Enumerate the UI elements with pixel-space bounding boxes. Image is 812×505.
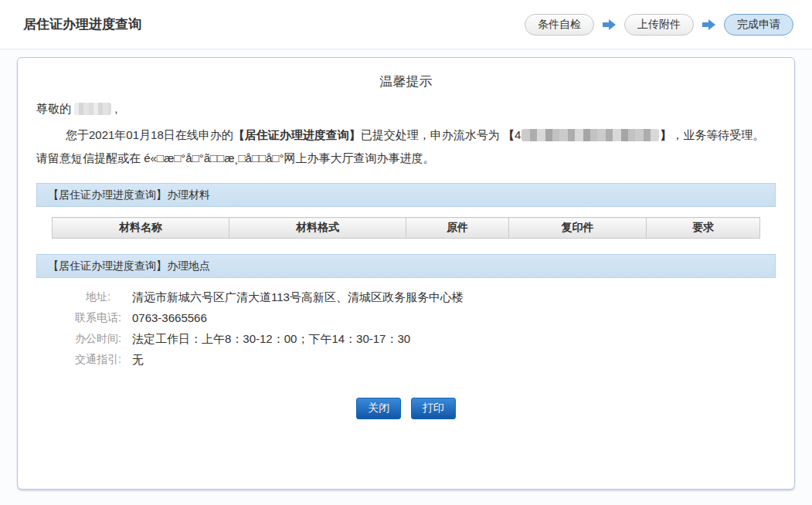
- page: 居住证办理进度查询 条件自检 上传附件 完成申请 温馨提示 尊敬的 , 您于20…: [0, 0, 812, 505]
- content-area: 温馨提示 尊敬的 , 您于2021年01月18日在线申办的【居住证办理进度查询】…: [0, 49, 812, 505]
- serial-prefix: 4: [515, 128, 521, 141]
- field-row-address: 地址: 清远市新城六号区广清大道113号高新区、清城区政务服务中心楼: [75, 290, 776, 304]
- section-header-materials: 【居住证办理进度查询】办理材料: [36, 183, 776, 207]
- steps-nav: 条件自检 上传附件 完成申请: [525, 14, 793, 36]
- paragraph-text: 已提交处理，申办流水号为: [361, 128, 503, 141]
- action-buttons: 关闭 打印: [36, 398, 776, 419]
- field-label: 地址:: [75, 290, 121, 304]
- notice-paragraph: 您于2021年01月18日在线申办的【居住证办理进度查询】已提交处理，申办流水号…: [36, 124, 776, 170]
- top-bar: 居住证办理进度查询 条件自检 上传附件 完成申请: [0, 0, 812, 49]
- table-empty-body: [52, 239, 760, 254]
- field-label: 交通指引:: [75, 352, 121, 367]
- redacted-serial-number: [522, 129, 659, 141]
- arrow-right-icon: [702, 19, 715, 30]
- field-value: 清远市新城六号区广清大道113号高新区、清城区政务服务中心楼: [132, 290, 464, 304]
- section-header-location: 【居住证办理进度查询】办理地点: [36, 254, 776, 278]
- field-row-office-hours: 办公时间: 法定工作日：上午8：30-12：00；下午14：30-17：30: [75, 331, 776, 346]
- field-value: 0763-3665566: [132, 310, 207, 325]
- table-header-row: 材料名称 材料格式 原件 复印件 要求: [53, 218, 760, 239]
- col-original: 原件: [406, 218, 509, 239]
- col-requirement: 要求: [647, 218, 760, 239]
- field-value: 法定工作日：上午8：30-12：00；下午14：30-17：30: [132, 331, 410, 346]
- page-title: 居住证办理进度查询: [23, 15, 141, 33]
- step-upload-attachment[interactable]: 上传附件: [624, 14, 694, 36]
- step-condition-check[interactable]: 条件自检: [525, 14, 594, 36]
- garbled-site-name: é«□æ□°å□°ã□□æ¸□å□□å□°: [144, 151, 284, 164]
- notice-panel: 温馨提示 尊敬的 , 您于2021年01月18日在线申办的【居住证办理进度查询】…: [17, 57, 795, 490]
- service-name-bold: 【居住证办理进度查询】: [233, 128, 361, 141]
- field-label: 办公时间:: [75, 331, 121, 346]
- paragraph-text: 您于2021年01月18日在线申办的: [66, 128, 233, 141]
- close-button[interactable]: 关闭: [356, 398, 401, 419]
- field-row-phone: 联系电话: 0763-3665566: [75, 310, 776, 325]
- field-value: 无: [132, 352, 144, 367]
- location-details: 地址: 清远市新城六号区广清大道113号高新区、清城区政务服务中心楼 联系电话:…: [75, 290, 776, 367]
- bracket-close: 】: [660, 128, 671, 141]
- field-row-transport-guide: 交通指引: 无: [75, 352, 776, 367]
- arrow-right-icon: [603, 19, 616, 30]
- materials-table: 材料名称 材料格式 原件 复印件 要求: [52, 217, 760, 239]
- bracket-open: 【: [503, 128, 515, 141]
- notice-title: 温馨提示: [36, 58, 776, 90]
- col-photocopy: 复印件: [508, 218, 647, 239]
- print-button[interactable]: 打印: [411, 398, 456, 419]
- redacted-user-name: [74, 103, 111, 115]
- field-label: 联系电话:: [75, 310, 121, 325]
- greeting-suffix: ,: [114, 102, 117, 115]
- step-complete-application[interactable]: 完成申请: [724, 14, 793, 36]
- paragraph-text: 网上办事大厅查询办事进度。: [284, 151, 434, 164]
- greeting-prefix: 尊敬的: [36, 102, 71, 115]
- col-material-name: 材料名称: [53, 218, 229, 239]
- materials-table-wrap: 材料名称 材料格式 原件 复印件 要求: [52, 217, 760, 254]
- greeting-line: 尊敬的 ,: [36, 102, 776, 117]
- col-material-format: 材料格式: [229, 218, 406, 239]
